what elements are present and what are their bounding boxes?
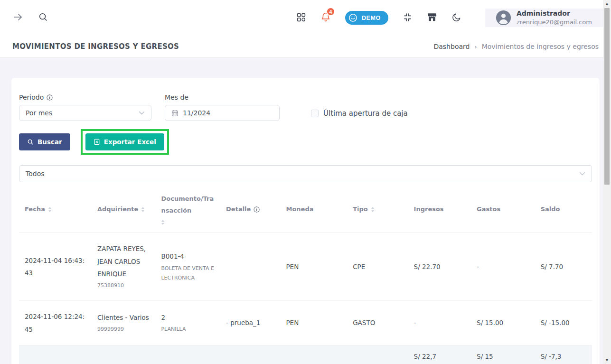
scroll-up-icon[interactable]: ▲	[603, 2, 611, 6]
cell-adquiriente: ZAPATA REYES, JEAN CARLOS ENRIQUE 753889…	[92, 233, 156, 301]
sort-icon	[161, 219, 165, 225]
cell-gastos: S/ 15.00	[471, 301, 535, 345]
notification-count-badge: 4	[326, 7, 335, 16]
actions-row: Buscar Exportar Excel	[19, 129, 592, 155]
buscar-label: Buscar	[38, 138, 62, 146]
cell-ingresos: -	[408, 301, 471, 345]
search-icon	[38, 12, 48, 24]
buscar-button[interactable]: Buscar	[19, 133, 70, 150]
filters-row: Periodo Por mes Mes de	[19, 93, 592, 121]
cell-ingresos: S/ 22.70	[408, 233, 471, 301]
demo-badge-label: DEMO	[362, 15, 381, 21]
scroll-down-icon[interactable]: ▼	[603, 358, 611, 362]
breadcrumb: Dashboard › Movimientos de ingresos y eg…	[433, 43, 599, 50]
col-header-detalle: Detalle	[220, 185, 280, 233]
col-header-adquiriente[interactable]: Adquiriente	[92, 185, 156, 233]
col-header-tipo[interactable]: Tipo	[347, 185, 408, 233]
demo-badge[interactable]: DEMO	[345, 11, 388, 25]
cell-saldo: S/ 7.70	[535, 233, 592, 301]
total-ingresos: S/ 22,7	[408, 345, 471, 364]
breadcrumb-separator-icon: ›	[474, 43, 477, 50]
tipo-documento-select[interactable]: Todos	[19, 165, 592, 182]
sidebar-toggle-button[interactable]	[12, 11, 24, 24]
cell-documento: B001-4 BOLETA DE VENTA ELECTRÓNICA	[155, 233, 220, 301]
mes-input[interactable]: 11/2024	[165, 105, 280, 121]
ultima-apertura-label: Última apertura de caja	[323, 109, 408, 118]
exportar-excel-button[interactable]: Exportar Excel	[85, 133, 164, 150]
table-row: 2024-11-06 12:24:45 Clientes - Varios 99…	[19, 301, 592, 345]
mes-field: Mes de 11/2024	[165, 93, 280, 121]
cell-detalle	[220, 233, 280, 301]
ultima-apertura-checkbox[interactable]	[311, 110, 319, 117]
col-header-fecha[interactable]: Fecha	[19, 185, 92, 233]
notifications-button[interactable]: 4	[320, 12, 331, 24]
periodo-label: Periodo	[19, 93, 44, 101]
col-header-gastos: Gastos	[471, 185, 535, 233]
col-header-saldo: Saldo	[535, 185, 592, 233]
total-gastos: S/ 15	[471, 345, 535, 364]
user-menu[interactable]: Administrador zrenrique20@gmail.com	[485, 9, 611, 27]
breadcrumb-dashboard-link[interactable]: Dashboard	[433, 43, 470, 50]
col-header-documento[interactable]: Documento/Transacción	[155, 185, 220, 233]
movements-card: Periodo Por mes Mes de	[11, 78, 600, 364]
topbar: 4 DEMO Ad	[0, 0, 611, 36]
cell-saldo: S/ -15.00	[535, 301, 592, 345]
cell-gastos: -	[471, 233, 535, 301]
total-saldo: S/ -7,3	[535, 345, 592, 364]
ultima-apertura-field[interactable]: Última apertura de caja	[311, 109, 408, 118]
cell-moneda: PEN	[280, 233, 347, 301]
export-highlight-box: Exportar Excel	[81, 129, 169, 155]
col-header-ingresos: Ingresos	[408, 185, 471, 233]
periodo-selected-value: Por mes	[26, 109, 52, 117]
content-area: Periodo Por mes Mes de	[0, 58, 611, 364]
user-name: Administrador	[517, 9, 592, 18]
info-icon	[254, 206, 260, 213]
mes-label: Mes de	[165, 93, 188, 101]
sort-icon	[48, 206, 52, 213]
apps-menu-button[interactable]	[296, 12, 306, 24]
scrollbar-thumb[interactable]	[604, 8, 610, 185]
cell-fecha: 2024-11-04 16:43:43	[19, 233, 92, 301]
movements-table: Fecha Adquiriente Documento/Transacción …	[19, 185, 592, 364]
cell-tipo: GASTO	[347, 301, 408, 345]
periodo-field: Periodo Por mes	[19, 93, 151, 121]
cell-moneda: PEN	[280, 301, 347, 345]
cell-tipo: CPE	[347, 233, 408, 301]
search-button[interactable]	[38, 12, 48, 24]
totals-row: S/ 22,7 S/ 15 S/ -7,3	[19, 345, 592, 364]
avatar-icon	[496, 10, 511, 26]
moon-icon	[451, 12, 461, 24]
chevron-down-icon	[139, 111, 145, 115]
tipo-documento-selected-value: Todos	[26, 170, 44, 177]
chevron-down-icon	[579, 172, 585, 176]
table-row: 2024-11-04 16:43:43 ZAPATA REYES, JEAN C…	[19, 233, 592, 301]
periodo-select[interactable]: Por mes	[19, 105, 151, 121]
cell-adquiriente: Clientes - Varios 99999999	[92, 301, 156, 345]
apps-grid-icon	[296, 12, 306, 24]
vertical-scrollbar[interactable]: ▲ ▼	[603, 0, 611, 364]
table-header-row: Fecha Adquiriente Documento/Transacción …	[19, 185, 592, 233]
compress-icon	[403, 12, 413, 24]
page-title-bar: MOVIMIENTOS DE INGRESOS Y EGRESOS Dashbo…	[0, 36, 611, 58]
breadcrumb-current: Movimientos de ingresos y egresos	[482, 43, 599, 50]
dark-mode-toggle-button[interactable]	[451, 12, 461, 24]
arrow-right-icon	[12, 11, 24, 24]
cell-fecha: 2024-11-06 12:24:45	[19, 301, 92, 345]
excel-file-icon	[94, 139, 100, 145]
col-header-moneda: Moneda	[280, 185, 347, 233]
calendar-icon	[171, 110, 179, 117]
shop-icon	[427, 12, 437, 24]
user-email: zrenrique20@gmail.com	[517, 18, 592, 27]
mes-value: 11/2024	[183, 109, 210, 117]
demo-face-icon	[348, 13, 357, 22]
cell-detalle: - prueba_1	[220, 301, 280, 345]
page-title: MOVIMIENTOS DE INGRESOS Y EGRESOS	[12, 42, 179, 51]
store-button[interactable]	[427, 12, 437, 24]
info-icon	[47, 94, 53, 101]
exportar-label: Exportar Excel	[104, 138, 156, 146]
search-icon	[27, 139, 34, 145]
fullscreen-toggle-button[interactable]	[403, 12, 413, 24]
sort-icon	[371, 206, 375, 213]
sort-icon	[141, 206, 145, 213]
cell-documento: 2 PLANILLA	[155, 301, 220, 345]
